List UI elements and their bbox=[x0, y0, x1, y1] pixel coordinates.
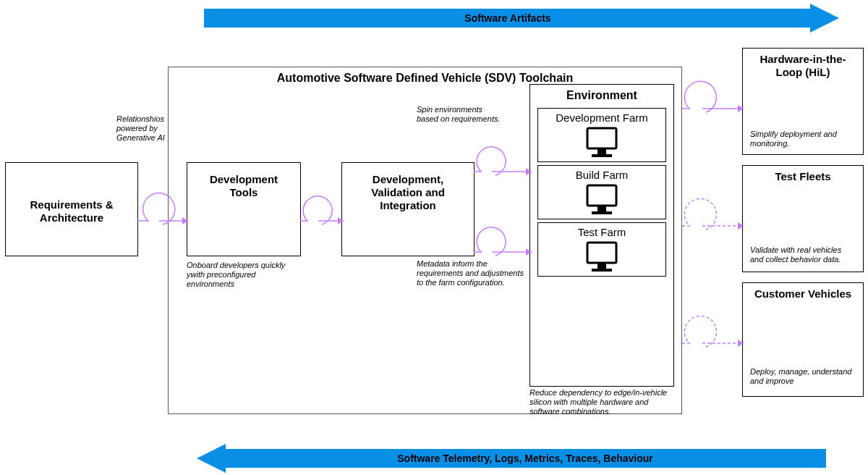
fleets-box: Test Fleets Validate with real vehicles … bbox=[742, 165, 864, 272]
monitor-icon bbox=[583, 125, 621, 160]
svg-marker-12 bbox=[182, 217, 188, 224]
loop-arrow-dashed-icon bbox=[678, 307, 747, 350]
environment-note: Reduce dependency to edge/in-vehicle sil… bbox=[529, 388, 671, 417]
farm-test-label: Test Farm bbox=[538, 226, 665, 238]
svg-marker-1 bbox=[197, 444, 226, 473]
svg-marker-16 bbox=[526, 168, 532, 175]
fleets-note: Validate with real vehicles and collect … bbox=[750, 245, 856, 264]
customers-note: Deploy, manage, understand and improve bbox=[750, 367, 856, 386]
svg-rect-10 bbox=[592, 269, 612, 272]
arrow-left-icon bbox=[197, 444, 226, 473]
customers-box: Customer Vehicles Deploy, manage, unders… bbox=[742, 282, 864, 397]
dvi-box: Development, Validation and Integration bbox=[341, 162, 475, 256]
loop-arrow-dashed-icon bbox=[678, 190, 747, 233]
farm-dev-label: Development Farm bbox=[538, 112, 665, 124]
svg-marker-0 bbox=[810, 4, 839, 33]
metadata-note: Metadata inform the requirements and adj… bbox=[417, 259, 525, 288]
top-arrow-container: Software Artifacts bbox=[204, 4, 833, 32]
top-arrow-bar: Software Artifacts bbox=[204, 9, 812, 28]
farm-test: Test Farm bbox=[537, 222, 666, 277]
dvi-title: Development, Validation and Integration bbox=[342, 167, 474, 214]
hil-box: Hardware-in-the- Loop (HiL) Simplify dep… bbox=[742, 48, 864, 155]
bottom-arrow-container: Software Telemetry, Logs, Metrics, Trace… bbox=[197, 445, 826, 472]
hil-title: Hardware-in-the- Loop (HiL) bbox=[750, 53, 856, 79]
farm-dev: Development Farm bbox=[537, 108, 666, 162]
customers-title: Customer Vehicles bbox=[750, 287, 856, 300]
environment-title: Environment bbox=[530, 85, 673, 105]
loop-arrow-icon bbox=[297, 185, 347, 228]
svg-rect-8 bbox=[587, 243, 616, 263]
spin-note: Spin environments based on requirements. bbox=[417, 105, 503, 124]
svg-marker-24 bbox=[738, 340, 744, 347]
svg-rect-6 bbox=[597, 206, 606, 211]
svg-marker-14 bbox=[338, 217, 344, 224]
svg-rect-2 bbox=[587, 128, 616, 148]
svg-rect-7 bbox=[592, 211, 612, 214]
dev-tools-note: Onboard developers quickly ywith preconf… bbox=[187, 261, 295, 290]
top-arrow-label: Software Artifacts bbox=[464, 12, 550, 24]
requirements-title: Requirements & Architecture bbox=[25, 193, 117, 226]
requirements-box: Requirements & Architecture bbox=[5, 162, 138, 256]
relationships-note: Relationshios powered by Generative AI bbox=[116, 114, 185, 143]
loop-arrow-icon bbox=[134, 185, 192, 228]
dev-tools-box: Development Tools bbox=[187, 162, 301, 256]
farm-build-label: Build Farm bbox=[538, 169, 665, 181]
svg-rect-5 bbox=[587, 185, 616, 206]
toolchain-title: Automotive Software Defined Vehicle (SDV… bbox=[169, 72, 681, 85]
environment-box: Environment Development Farm Build Farm … bbox=[529, 84, 674, 387]
monitor-icon bbox=[583, 182, 621, 217]
loop-arrow-icon bbox=[470, 135, 535, 179]
bottom-arrow-label: Software Telemetry, Logs, Metrics, Trace… bbox=[397, 453, 653, 464]
hil-note: Simplify deployment and monitoring. bbox=[750, 130, 856, 148]
svg-marker-20 bbox=[738, 105, 744, 112]
svg-rect-9 bbox=[597, 263, 606, 269]
svg-marker-18 bbox=[526, 248, 532, 256]
farm-build: Build Farm bbox=[537, 165, 666, 219]
bottom-arrow-bar: Software Telemetry, Logs, Metrics, Trace… bbox=[224, 449, 826, 468]
arrow-right-icon bbox=[810, 4, 839, 33]
dev-tools-title: Development Tools bbox=[187, 167, 300, 201]
svg-rect-4 bbox=[592, 154, 612, 157]
loop-arrow-icon bbox=[470, 216, 535, 259]
loop-arrow-icon bbox=[678, 72, 747, 116]
svg-rect-3 bbox=[597, 148, 606, 154]
monitor-icon bbox=[583, 240, 621, 274]
svg-marker-22 bbox=[738, 222, 744, 230]
fleets-title: Test Fleets bbox=[750, 170, 856, 183]
